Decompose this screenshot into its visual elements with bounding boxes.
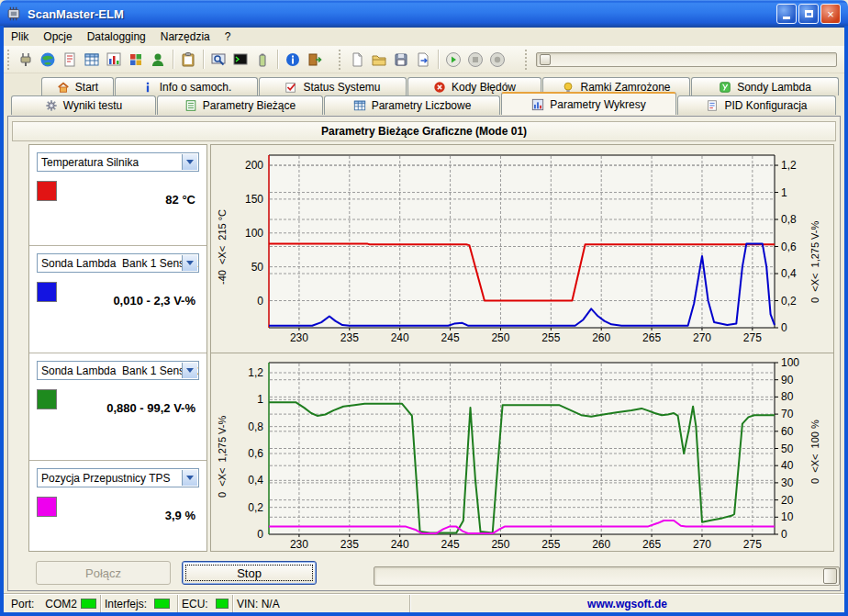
tab-start[interactable]: Start (41, 77, 114, 95)
chart-bottom-left-axis-label: 0 <X< 1,275 V-% (217, 416, 228, 498)
svg-text:30: 30 (781, 476, 794, 489)
menu-plik[interactable]: Plik (4, 28, 36, 45)
tab-info-o-samoch[interactable]: Info o samoch. (115, 77, 258, 95)
svg-text:250: 250 (491, 538, 509, 551)
chevron-down-icon[interactable] (182, 363, 197, 378)
param-swatch-1 (37, 282, 57, 302)
svg-text:0: 0 (781, 528, 787, 541)
battery-icon[interactable] (251, 49, 273, 71)
svg-text:60: 60 (781, 425, 794, 438)
clipboard-icon[interactable] (177, 49, 199, 71)
param-section-2: Sonda Lambda Bank 1 Sensor 1 0,010 - 2,3… (29, 246, 206, 353)
svg-text:240: 240 (391, 538, 409, 551)
svg-text:100: 100 (781, 356, 799, 369)
error-icon (433, 81, 446, 94)
chevron-down-icon[interactable] (182, 470, 197, 486)
svg-text:250: 250 (491, 331, 509, 344)
pid-doc-icon (706, 99, 719, 112)
menu-bar: Plik Opcje Datalogging Narzędzia ? (4, 28, 844, 46)
tab-parametry-biezace[interactable]: Parametry Bieżące (157, 95, 323, 115)
export-icon[interactable] (412, 49, 434, 71)
search-screen-icon[interactable] (207, 49, 229, 71)
charts-panel: 2302352402452502552602652702750501001502… (210, 144, 834, 552)
gear-icon (45, 99, 58, 112)
svg-text:0,8: 0,8 (248, 420, 263, 433)
website-link[interactable]: www.wgsoft.de (410, 595, 844, 612)
interface-led (154, 599, 170, 609)
info-circle-icon[interactable] (282, 49, 304, 71)
chart-lambda2-tps: 23023524024525025526026527027500,20,40,6… (211, 353, 833, 552)
tab-wyniki-testu[interactable]: Wyniki testu (11, 95, 156, 115)
chevron-down-icon[interactable] (182, 154, 197, 170)
toolbar-slider-thumb[interactable] (540, 54, 551, 65)
param-value-2: 0,010 - 2,3 V-% (113, 294, 195, 308)
page-title: Parametry Bieżące Graficzne (Mode 01) (12, 121, 836, 141)
toolbar-slider[interactable] (536, 52, 837, 67)
param-swatch-0 (37, 181, 57, 201)
open-folder-icon[interactable] (368, 49, 390, 71)
param-select-1[interactable]: Temperatura Silnika (37, 152, 199, 172)
toolbar-gripper[interactable] (525, 50, 528, 70)
app-window: ScanMaster-ELM × Plik Opcje Datalogging … (0, 0, 848, 616)
menu-opcje[interactable]: Opcje (36, 28, 79, 45)
param-section-1: Temperatura Silnika 82 °C (29, 145, 206, 246)
param-select-3[interactable]: Sonda Lambda Bank 1 Sensor 2 (37, 361, 199, 380)
menu-datalogging[interactable]: Datalogging (80, 28, 153, 45)
new-file-icon[interactable] (346, 49, 368, 71)
toolbar-gripper[interactable] (339, 50, 341, 70)
param-section-4: Pozycja Przepustnicy TPS 3,9 % (29, 461, 206, 551)
record-circle-icon[interactable] (486, 49, 508, 71)
tab-parametry-liczbowe[interactable]: Parametry Liczbowe (324, 95, 500, 115)
exit-icon[interactable] (304, 49, 326, 71)
status-interface: Interfejs: (101, 595, 178, 612)
graph-icon[interactable] (103, 49, 125, 71)
tab-pid-konfiguracja[interactable]: PID Konfiguracja (677, 95, 836, 115)
save-icon[interactable] (390, 49, 412, 71)
ecu-led (216, 599, 229, 609)
chart-scrollbar-thumb[interactable] (823, 568, 837, 584)
toolbar-gripper[interactable] (7, 50, 10, 70)
svg-text:80: 80 (781, 390, 794, 403)
svg-text:150: 150 (245, 193, 263, 206)
svg-text:40: 40 (781, 459, 794, 472)
close-button[interactable]: × (820, 4, 841, 24)
connect-icon[interactable] (15, 49, 37, 71)
tab-parametry-wykresy[interactable]: Parametry Wykresy (501, 92, 676, 115)
user-icon[interactable] (147, 49, 169, 71)
svg-text:0: 0 (257, 528, 263, 541)
svg-text:245: 245 (441, 331, 460, 344)
svg-text:240: 240 (391, 331, 409, 344)
svg-text:245: 245 (441, 538, 460, 551)
tab-status-systemu[interactable]: Status Systemu (259, 77, 407, 95)
menu-help[interactable]: ? (218, 28, 239, 45)
chevron-down-icon[interactable] (182, 255, 197, 271)
connect-button[interactable]: Połącz (36, 561, 171, 585)
svg-text:255: 255 (541, 538, 560, 551)
table-icon[interactable] (81, 49, 103, 71)
bar-chart-icon (531, 98, 544, 111)
menu-narzedzia[interactable]: Narzędzia (153, 28, 218, 45)
info-i-icon (141, 81, 154, 94)
chart-scrollbar[interactable] (374, 566, 840, 586)
home-icon (57, 81, 70, 94)
stop-circle-icon[interactable] (464, 49, 486, 71)
globe-icon[interactable] (37, 49, 59, 71)
minimize-button[interactable] (776, 4, 797, 24)
windows-icon[interactable] (125, 49, 147, 71)
window-border (844, 26, 848, 616)
stop-button[interactable]: Stop (182, 561, 317, 585)
maximize-button[interactable] (798, 4, 819, 24)
report-icon[interactable] (59, 49, 81, 71)
param-select-4[interactable]: Pozycja Przepustnicy TPS (37, 468, 199, 487)
svg-text:1,2: 1,2 (781, 159, 797, 172)
svg-text:230: 230 (290, 538, 308, 551)
svg-text:235: 235 (340, 538, 359, 551)
svg-text:0: 0 (781, 321, 787, 334)
terminal-icon[interactable] (229, 49, 251, 71)
toolbar-separator (203, 50, 204, 69)
param-select-2[interactable]: Sonda Lambda Bank 1 Sensor 1 (37, 253, 199, 273)
play-circle-icon[interactable] (442, 49, 464, 71)
svg-text:265: 265 (642, 538, 661, 551)
tab-sondy-lambda[interactable]: Sondy Lambda (691, 77, 839, 95)
window-title: ScanMaster-ELM (28, 7, 124, 21)
